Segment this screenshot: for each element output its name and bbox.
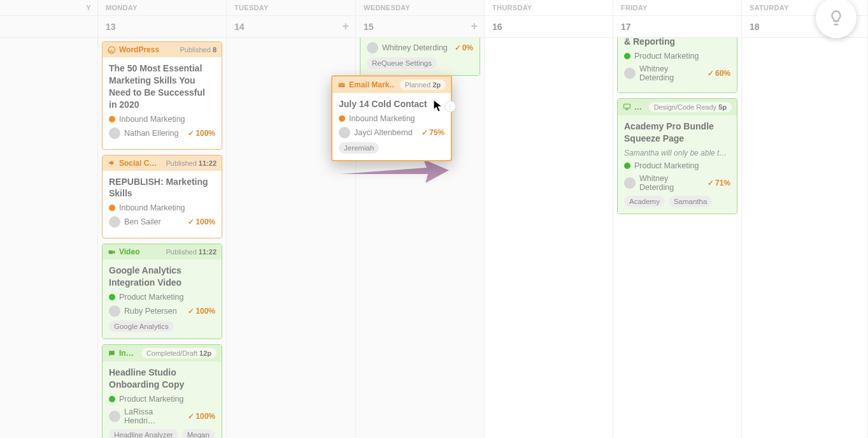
svg-rect-2	[109, 251, 113, 254]
svg-rect-4	[624, 105, 630, 109]
day-column-tuesday[interactable]: TUESDAY 14 +	[227, 0, 356, 438]
content-card[interactable]: & Reporting Product Marketing Whitney De…	[617, 38, 737, 93]
day-column-sunday: Y	[0, 0, 98, 438]
svg-rect-1	[112, 161, 113, 164]
content-card[interactable]: … Design/Code Ready 5p Academy Pro Bundl…	[617, 98, 737, 214]
mouse-cursor-icon	[433, 99, 443, 112]
day-column-thursday[interactable]: THURSDAY 16	[485, 0, 613, 438]
wordpress-icon	[108, 46, 116, 54]
content-card[interactable]: Video Published 11:22 Google Analytics I…	[102, 244, 222, 339]
date-row	[0, 16, 97, 38]
day-column-monday[interactable]: MONDAY 13 WordPress Published 8 The 50 M…	[98, 0, 227, 438]
tag[interactable]: Google Analytics	[109, 321, 174, 332]
dragging-card[interactable]: Email Mark… Planned 2p July 14 Cold Cont…	[331, 75, 452, 161]
progress-badge: ✓100%	[188, 129, 215, 138]
content-card[interactable]: Social C… Published 11:22 REPUBLISH: Mar…	[102, 155, 222, 239]
chat-icon	[108, 349, 116, 358]
monitor-icon	[623, 103, 631, 111]
content-card[interactable]: Whitney Deterding✓0% ReQueue Settings	[360, 38, 480, 76]
day-header: Y	[0, 0, 97, 16]
add-icon[interactable]: +	[342, 20, 349, 33]
day-column-saturday[interactable]: SATURDAY 18	[742, 0, 868, 438]
calendar-week-view: Y MONDAY 13 WordPress Published 8 The 50…	[0, 0, 868, 438]
card-menu-button[interactable]: ⋮	[445, 101, 456, 112]
content-card[interactable]: In… Completed/Draft 12p Headline Studio …	[102, 344, 222, 438]
lightbulb-icon	[827, 9, 845, 27]
avatar	[109, 128, 120, 139]
svg-rect-5	[339, 83, 345, 87]
content-card[interactable]: WordPress Published 8 The 50 Most Essent…	[102, 41, 222, 150]
megaphone-icon	[108, 159, 116, 167]
day-column-wednesday[interactable]: WEDNESDAY 15 + Whitney Deterding✓0% ReQu…	[356, 0, 485, 438]
day-column-friday[interactable]: FRIDAY 17 & Reporting Product Marketing …	[613, 0, 742, 438]
video-icon	[108, 248, 116, 256]
add-icon[interactable]: +	[471, 20, 478, 33]
email-icon	[338, 81, 346, 89]
category-dot	[109, 116, 115, 122]
